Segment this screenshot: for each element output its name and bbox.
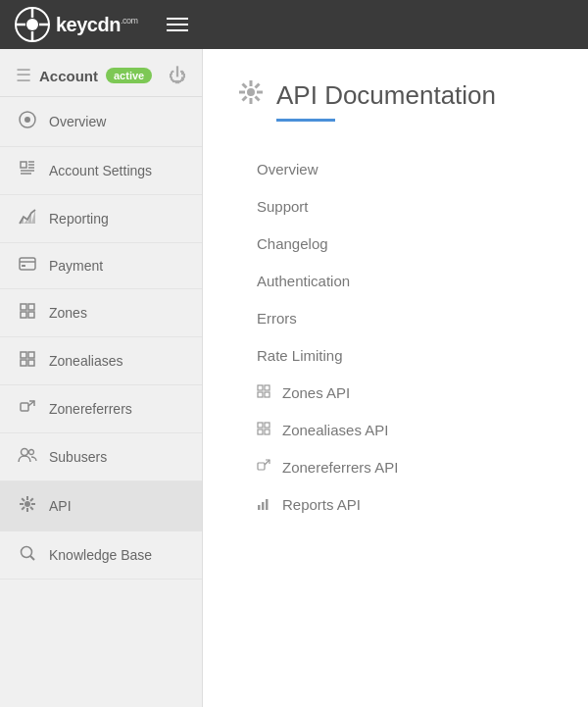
overview-icon: [18, 111, 37, 132]
sidebar-item-knowledge-base[interactable]: Knowledge Base: [0, 531, 202, 580]
api-nav-errors-label: Errors: [257, 310, 297, 327]
api-nav-support[interactable]: Support: [257, 188, 554, 226]
power-icon[interactable]: ⏻: [169, 66, 186, 86]
page-title: API Documentation: [276, 80, 496, 111]
svg-point-52: [247, 88, 255, 96]
svg-line-43: [30, 556, 34, 560]
sidebar: ☰ Account active ⏻ Overview: [0, 49, 203, 707]
svg-rect-24: [28, 312, 34, 318]
api-nav-overview[interactable]: Overview: [257, 151, 554, 188]
sidebar-item-account-settings[interactable]: Account Settings: [0, 147, 202, 195]
svg-rect-59: [258, 429, 263, 434]
sidebar-item-overview[interactable]: Overview: [0, 97, 202, 147]
svg-point-41: [24, 501, 30, 507]
page-title-icon: [237, 78, 265, 113]
sidebar-menu-icon[interactable]: ☰: [16, 65, 31, 86]
svg-line-39: [30, 498, 33, 501]
svg-point-31: [22, 449, 28, 456]
svg-point-32: [29, 450, 34, 455]
logo-text: keycdn.com: [56, 14, 137, 36]
svg-rect-21: [21, 304, 26, 310]
active-badge: active: [106, 68, 152, 83]
sidebar-item-subusers-label: Subusers: [49, 449, 107, 465]
topbar: keycdn.com: [0, 0, 588, 49]
title-underline: [276, 119, 335, 122]
api-nav-rate-limiting-label: Rate Limiting: [257, 347, 343, 364]
svg-point-42: [22, 547, 32, 558]
sidebar-item-reporting-label: Reporting: [49, 211, 109, 227]
svg-rect-65: [266, 499, 269, 510]
sidebar-item-account-settings-label: Account Settings: [49, 163, 152, 178]
api-nav-authentication[interactable]: Authentication: [257, 263, 554, 300]
svg-line-48: [243, 84, 247, 88]
api-nav: Overview Support Changelog Authenticatio…: [237, 151, 554, 524]
svg-marker-15: [24, 220, 27, 224]
api-nav-zonereferrers-api[interactable]: Zonereferrers API: [257, 449, 554, 486]
svg-rect-23: [21, 312, 26, 318]
api-nav-authentication-label: Authentication: [257, 273, 350, 289]
zonealiases-icon: [18, 351, 37, 371]
api-nav-support-label: Support: [257, 198, 309, 215]
sidebar-item-overview-label: Overview: [49, 114, 106, 129]
api-nav-rate-limiting[interactable]: Rate Limiting: [257, 337, 554, 375]
zonereferrers-icon: [18, 399, 37, 419]
svg-rect-60: [265, 429, 270, 434]
hamburger-line-2: [167, 24, 188, 25]
zonereferrers-api-icon: [257, 459, 272, 476]
svg-rect-54: [265, 385, 270, 390]
svg-rect-61: [258, 463, 265, 470]
hamburger-menu[interactable]: [167, 18, 188, 31]
api-nav-errors[interactable]: Errors: [257, 300, 554, 337]
sidebar-item-zones-label: Zones: [49, 305, 87, 321]
api-nav-zones-api[interactable]: Zones API: [257, 375, 554, 412]
reporting-icon: [18, 209, 37, 228]
api-nav-changelog-label: Changelog: [257, 235, 328, 252]
account-settings-icon: [18, 161, 37, 180]
svg-rect-53: [258, 385, 263, 390]
svg-line-38: [30, 507, 33, 510]
api-nav-zonealiases-api[interactable]: Zonealiases API: [257, 412, 554, 449]
subusers-icon: [18, 447, 37, 467]
sidebar-item-payment[interactable]: Payment: [0, 243, 202, 289]
svg-rect-29: [21, 403, 28, 411]
svg-rect-22: [28, 304, 34, 310]
page-title-row: API Documentation: [237, 78, 554, 113]
svg-rect-25: [21, 352, 26, 358]
svg-rect-8: [21, 162, 26, 168]
sidebar-item-zones[interactable]: Zones: [0, 289, 202, 337]
svg-line-49: [256, 97, 260, 101]
svg-rect-55: [258, 392, 263, 397]
api-nav-changelog[interactable]: Changelog: [257, 226, 554, 263]
api-nav-reports-api-label: Reports API: [282, 496, 361, 513]
svg-rect-28: [28, 360, 34, 366]
svg-rect-56: [265, 392, 270, 397]
sidebar-item-api-label: API: [49, 498, 72, 514]
svg-rect-18: [20, 258, 35, 270]
api-nav-zonereferrers-api-label: Zonereferrers API: [282, 459, 398, 476]
logo[interactable]: keycdn.com: [15, 7, 137, 42]
svg-line-50: [256, 84, 260, 88]
sidebar-item-subusers[interactable]: Subusers: [0, 433, 202, 481]
account-section: ☰ Account active: [16, 65, 152, 86]
api-nav-zones-api-label: Zones API: [282, 384, 350, 401]
zonealiases-api-icon: [257, 422, 272, 438]
sidebar-item-reporting[interactable]: Reporting: [0, 195, 202, 243]
reports-api-icon: [257, 496, 272, 513]
knowledge-base-icon: [18, 545, 37, 565]
sidebar-item-zonereferrers[interactable]: Zonereferrers: [0, 385, 202, 433]
account-label: Account: [39, 68, 98, 84]
zones-api-icon: [257, 384, 272, 401]
svg-rect-20: [22, 265, 25, 267]
svg-rect-26: [28, 352, 34, 358]
api-nav-reports-api[interactable]: Reports API: [257, 486, 554, 524]
sidebar-header: ☰ Account active ⏻: [0, 49, 202, 97]
sidebar-item-knowledge-base-label: Knowledge Base: [49, 547, 152, 563]
svg-line-51: [243, 97, 247, 101]
api-icon: [18, 495, 37, 517]
zones-icon: [18, 303, 37, 323]
svg-rect-64: [262, 502, 265, 510]
sidebar-item-api[interactable]: API: [0, 481, 202, 531]
main-content: API Documentation Overview Support Chang…: [203, 49, 588, 707]
sidebar-nav: Overview Account Settings: [0, 97, 202, 580]
sidebar-item-zonealiases[interactable]: Zonealiases: [0, 337, 202, 385]
